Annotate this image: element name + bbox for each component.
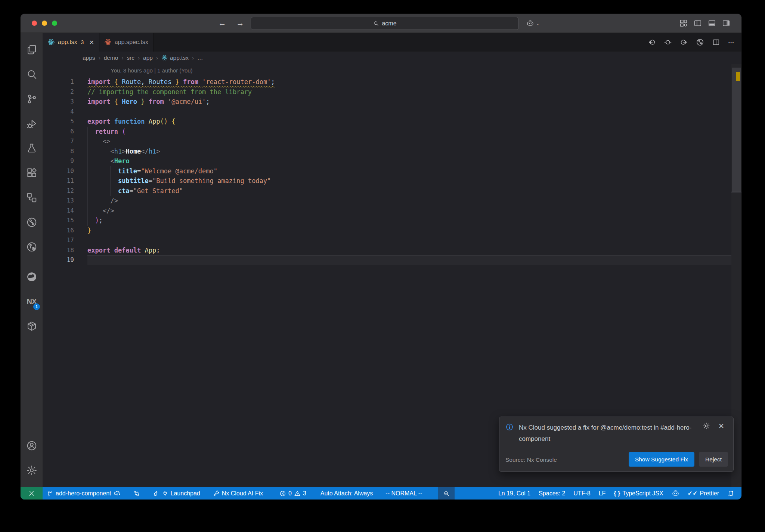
code-line-4[interactable]: 4 [43, 107, 741, 117]
gitlens-icon [26, 217, 37, 228]
forward-arrow-icon[interactable]: → [236, 19, 245, 28]
sidebar-item-gitlens-inspect[interactable] [21, 235, 43, 259]
command-center-search[interactable]: acme [251, 17, 519, 30]
notification-gear-icon [703, 422, 710, 430]
status-eol[interactable]: LF [595, 487, 610, 499]
sidebar-item-run-and-debug[interactable] [21, 111, 43, 136]
code-line-9[interactable]: 9 <Hero [43, 156, 741, 166]
remote-indicator[interactable] [21, 487, 43, 499]
layout-sidebar-right-icon [722, 19, 730, 27]
layout-sidebar-left-button[interactable] [694, 19, 702, 27]
notification-close-icon[interactable]: ✕ [718, 422, 724, 430]
status-encoding[interactable]: UTF-8 [569, 487, 594, 499]
minimize-window-button[interactable] [42, 21, 47, 26]
status-git-compare[interactable] [129, 487, 144, 499]
tab-close-icon[interactable]: ✕ [89, 39, 94, 46]
line-number: 14 [43, 206, 87, 216]
status-indentation[interactable]: Spaces: 2 [535, 487, 569, 499]
code-line-11[interactable]: 11 subtitle="Build something amazing tod… [43, 176, 741, 186]
status-language-mode[interactable]: { }TypeScript JSX [610, 487, 667, 499]
status-problems[interactable]: 03 [275, 487, 310, 499]
code-line-3[interactable]: 3import { Hero } from '@acme/ui'; [43, 97, 741, 107]
run-graph-circle-button[interactable] [696, 38, 704, 46]
line-content: <Hero [87, 156, 741, 166]
sidebar-item-source-control[interactable] [21, 87, 43, 111]
layout-customize-button[interactable] [679, 19, 688, 27]
indent-guide [110, 186, 111, 196]
sidebar-item-nx-console[interactable]: NX1 [21, 289, 43, 314]
close-window-button[interactable] [32, 21, 37, 26]
tab-app.tsx[interactable]: app.tsx3✕ [43, 33, 99, 52]
code-line-16[interactable]: 16} [43, 226, 741, 236]
code-editor[interactable]: You, 3 hours ago | 1 author (You) 1impor… [43, 64, 741, 487]
line-number: 8 [43, 146, 87, 157]
code-line-5[interactable]: 5export function App() { [43, 117, 741, 127]
breadcrumb-label: demo [104, 55, 118, 61]
code-line-8[interactable]: 8 <h1>Home</h1> [43, 146, 741, 157]
code-line-2[interactable]: 2// importing the component from the lib… [43, 87, 741, 97]
sidebar-item-explorer[interactable] [21, 37, 43, 62]
status-zoom-level[interactable] [438, 487, 455, 499]
reject-button[interactable]: Reject [699, 452, 728, 467]
rocket-icon [153, 490, 159, 497]
sidebar-item-extensions[interactable] [21, 161, 43, 185]
breadcrumb-item-demo[interactable]: demo [104, 55, 118, 61]
status-git-branch[interactable]: add-hero-component [43, 487, 125, 499]
status-nx-cloud-ai-fix[interactable]: Nx Cloud AI Fix [209, 487, 267, 499]
breadcrumb-item-…[interactable]: … [197, 55, 203, 61]
error-circle-icon [279, 490, 286, 497]
status-notifications-bell[interactable] [723, 487, 738, 499]
zoom-window-button[interactable] [52, 21, 57, 26]
copilot-menu-button[interactable]: ⌄ [526, 17, 540, 29]
nav-forward-circle-button[interactable] [680, 38, 688, 46]
status-copilot-status[interactable] [668, 487, 684, 499]
indent-guide [95, 146, 95, 157]
sidebar-item-testing[interactable] [21, 136, 43, 161]
status-gitlens-launchpad[interactable]: Launchpad [149, 487, 204, 499]
line-content: ); [87, 216, 741, 226]
status-auto-attach[interactable]: Auto Attach: Always [316, 487, 377, 499]
status-vim-mode[interactable]: -- NORMAL -- [381, 487, 426, 499]
split-editor-button[interactable] [712, 38, 720, 46]
zoom-out-icon [443, 490, 450, 497]
copilot-icon [526, 19, 534, 27]
back-arrow-icon: ← [219, 19, 226, 28]
breadcrumb-item-app[interactable]: app [143, 55, 153, 61]
code-line-13[interactable]: 13 /> [43, 196, 741, 206]
indent-guide [110, 176, 111, 186]
code-line-7[interactable]: 7 <> [43, 136, 741, 146]
nav-location-circle-button[interactable] [664, 38, 672, 46]
layout-panel-button[interactable] [708, 19, 716, 27]
sidebar-item-search[interactable] [21, 62, 43, 87]
code-line-6[interactable]: 6 return ( [43, 127, 741, 137]
code-line-14[interactable]: 14 </> [43, 206, 741, 216]
status-cursor-position[interactable]: Ln 19, Col 1 [494, 487, 535, 499]
sidebar-item-package-explorer[interactable] [21, 314, 43, 338]
breadcrumb-item-src[interactable]: src [127, 55, 134, 61]
notification-settings-gear-icon[interactable] [703, 422, 710, 430]
code-line-1[interactable]: 1import { Route, Routes } from 'react-ro… [43, 77, 741, 87]
breadcrumb-item-apps[interactable]: apps [83, 55, 95, 61]
code-line-18[interactable]: 18export default App; [43, 245, 741, 256]
sidebar-item-settings[interactable] [21, 458, 43, 483]
code-line-15[interactable]: 15 ); [43, 216, 741, 226]
sidebar-item-references[interactable] [21, 185, 43, 210]
sidebar-item-accounts[interactable] [21, 433, 43, 458]
tab-app.spec.tsx[interactable]: app.spec.tsx [99, 33, 154, 52]
breadcrumb-item-app.tsx[interactable]: app.tsx [161, 55, 189, 61]
nav-back-circle-button[interactable] [648, 38, 656, 46]
status-bar: add-hero-componentLaunchpadNx Cloud AI F… [21, 487, 741, 499]
code-line-12[interactable]: 12 cta="Get Started" [43, 186, 741, 196]
show-suggested-fix-button[interactable]: Show Suggested Fix [629, 452, 694, 467]
vscode-window: ← → acme ⌄ NX1 app.tsx3✕app.spec.tsx ⋯ a… [20, 13, 742, 500]
scrollbar-thumb[interactable] [732, 68, 741, 192]
code-line-17[interactable]: 17 [43, 235, 741, 245]
sidebar-item-edge-tools[interactable] [21, 265, 43, 289]
code-line-10[interactable]: 10 title="Welcmoe @acme/demo" [43, 166, 741, 176]
ellipsis-button[interactable]: ⋯ [728, 39, 734, 46]
status-formatter-prettier[interactable]: ✓✓Prettier [684, 487, 723, 499]
code-line-19[interactable]: 19 [43, 255, 741, 265]
sidebar-item-gitlens[interactable] [21, 210, 43, 235]
layout-sidebar-right-button[interactable] [722, 19, 730, 27]
back-arrow-icon[interactable]: ← [218, 19, 227, 28]
